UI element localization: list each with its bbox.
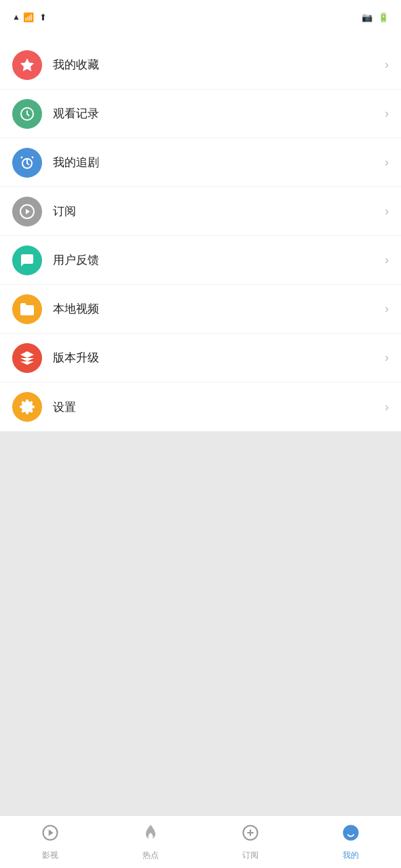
battery-icon: 🔋 bbox=[378, 12, 389, 22]
menu-label-feedback: 用户反馈 bbox=[53, 252, 385, 268]
nav-item-hot[interactable]: 热点 bbox=[100, 816, 201, 868]
menu-item-subscribe[interactable]: 订阅 › bbox=[0, 187, 401, 236]
chevron-right-icon: › bbox=[385, 253, 389, 267]
clock-icon bbox=[12, 99, 42, 129]
menu-list: 我的收藏 › 观看记录 › 我的追剧 › 订阅 › 用户反馈 › 本地视频 › bbox=[0, 41, 401, 431]
status-right: 📷 🔋 bbox=[362, 12, 392, 22]
nav-item-mine[interactable]: 我的 bbox=[301, 816, 401, 868]
chat-icon bbox=[12, 245, 42, 275]
layers-icon bbox=[12, 343, 42, 373]
menu-item-update[interactable]: 版本升级 › bbox=[0, 334, 401, 382]
chevron-right-icon: › bbox=[385, 155, 389, 170]
chevron-right-icon: › bbox=[385, 58, 389, 72]
nav-label-subscribe: 订阅 bbox=[242, 850, 259, 861]
nav-label-hot: 热点 bbox=[142, 850, 159, 861]
wifi-icon: 📶 bbox=[23, 12, 34, 22]
svg-marker-7 bbox=[49, 829, 54, 835]
gear-icon bbox=[12, 392, 42, 422]
chevron-right-icon: › bbox=[385, 204, 389, 218]
nav-icon-tv bbox=[41, 823, 60, 847]
menu-label-follow: 我的追剧 bbox=[53, 155, 385, 170]
top-spacer bbox=[0, 34, 401, 41]
star-icon bbox=[12, 50, 42, 80]
menu-item-settings[interactable]: 设置 › bbox=[0, 382, 401, 431]
upload-icon: ⬆ bbox=[39, 12, 47, 22]
folder-icon bbox=[12, 294, 42, 324]
gray-area bbox=[0, 431, 401, 815]
chevron-right-icon: › bbox=[385, 302, 389, 316]
signal-icon: ▲ bbox=[12, 12, 20, 22]
svg-point-11 bbox=[344, 825, 358, 840]
menu-item-favorites[interactable]: 我的收藏 › bbox=[0, 41, 401, 90]
nav-item-subscribe[interactable]: 订阅 bbox=[201, 816, 301, 868]
svg-point-12 bbox=[347, 830, 349, 831]
menu-label-history: 观看记录 bbox=[53, 106, 385, 121]
nav-icon-mine bbox=[341, 823, 360, 847]
svg-marker-3 bbox=[26, 209, 30, 214]
menu-item-history[interactable]: 观看记录 › bbox=[0, 90, 401, 138]
alarm-icon bbox=[12, 148, 42, 178]
svg-marker-4 bbox=[20, 351, 34, 358]
chevron-right-icon: › bbox=[385, 106, 389, 121]
chevron-right-icon: › bbox=[385, 351, 389, 365]
chevron-right-icon: › bbox=[385, 400, 389, 414]
menu-item-local[interactable]: 本地视频 › bbox=[0, 285, 401, 334]
menu-label-subscribe: 订阅 bbox=[53, 203, 385, 219]
menu-label-local: 本地视频 bbox=[53, 301, 385, 317]
status-bar: ▲ 📶 ⬆ 📷 🔋 bbox=[0, 0, 401, 34]
nav-label-mine: 我的 bbox=[343, 850, 359, 861]
menu-item-follow[interactable]: 我的追剧 › bbox=[0, 138, 401, 187]
camera-icon: 📷 bbox=[362, 12, 373, 22]
menu-item-feedback[interactable]: 用户反馈 › bbox=[0, 236, 401, 285]
nav-label-tv: 影视 bbox=[42, 850, 58, 861]
svg-point-13 bbox=[352, 830, 354, 831]
menu-label-favorites: 我的收藏 bbox=[53, 57, 385, 73]
nav-icon-subscribe bbox=[241, 823, 260, 847]
nav-icon-hot bbox=[141, 823, 160, 847]
status-left: ▲ 📶 ⬆ bbox=[9, 12, 47, 22]
nav-item-tv[interactable]: 影视 bbox=[0, 816, 100, 868]
menu-label-update: 版本升级 bbox=[53, 350, 385, 366]
bottom-nav: 影视 热点 订阅 我的 bbox=[0, 815, 401, 868]
menu-label-settings: 设置 bbox=[53, 399, 385, 415]
play-icon bbox=[12, 197, 42, 226]
